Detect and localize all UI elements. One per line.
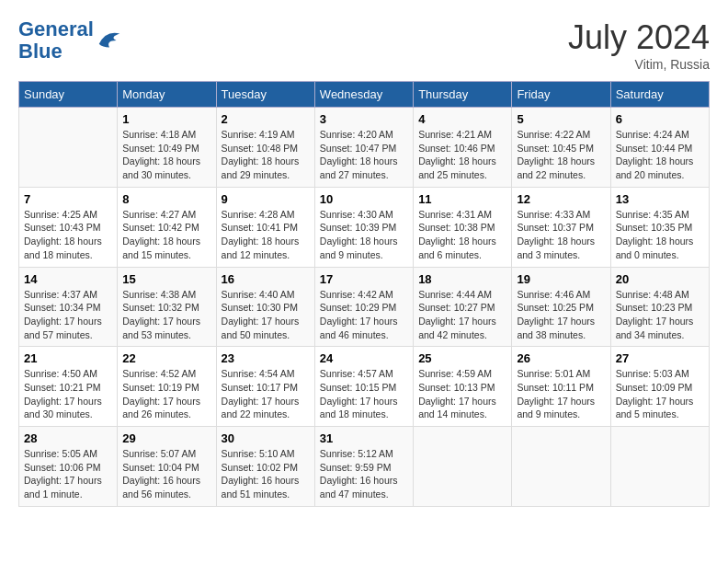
calendar-cell: 16Sunrise: 4:40 AMSunset: 10:30 PMDaylig… <box>216 267 314 347</box>
day-info: Sunrise: 5:01 AMSunset: 10:11 PMDaylight… <box>517 367 605 421</box>
calendar-cell: 25Sunrise: 4:59 AMSunset: 10:13 PMDaylig… <box>414 347 512 427</box>
calendar-cell: 17Sunrise: 4:42 AMSunset: 10:29 PMDaylig… <box>314 267 413 347</box>
day-info: Sunrise: 4:33 AMSunset: 10:37 PMDaylight… <box>517 208 605 262</box>
day-info: Sunrise: 4:21 AMSunset: 10:46 PMDaylight… <box>418 128 506 182</box>
day-info: Sunrise: 4:37 AMSunset: 10:34 PMDaylight… <box>24 288 112 342</box>
day-info: Sunrise: 4:38 AMSunset: 10:32 PMDaylight… <box>122 288 210 342</box>
calendar-cell: 30Sunrise: 5:10 AMSunset: 10:02 PMDaylig… <box>216 427 314 507</box>
calendar-cell <box>414 427 512 507</box>
calendar-cell: 1Sunrise: 4:18 AMSunset: 10:49 PMDayligh… <box>118 108 216 188</box>
day-number: 6 <box>616 112 704 126</box>
day-number: 30 <box>222 431 310 445</box>
day-number: 24 <box>320 351 408 365</box>
calendar-cell: 3Sunrise: 4:20 AMSunset: 10:47 PMDayligh… <box>314 108 413 188</box>
day-info: Sunrise: 4:57 AMSunset: 10:15 PMDaylight… <box>320 367 408 421</box>
day-number: 2 <box>222 112 310 126</box>
day-info: Sunrise: 4:40 AMSunset: 10:30 PMDaylight… <box>222 288 310 342</box>
calendar-week-3: 14Sunrise: 4:37 AMSunset: 10:34 PMDaylig… <box>19 267 710 347</box>
day-info: Sunrise: 4:44 AMSunset: 10:27 PMDaylight… <box>418 288 506 342</box>
page-header: GeneralBlue July 2024 Vitim, Russia <box>18 18 710 72</box>
day-info: Sunrise: 4:50 AMSunset: 10:21 PMDaylight… <box>24 367 112 421</box>
day-info: Sunrise: 4:30 AMSunset: 10:39 PMDaylight… <box>320 208 408 262</box>
day-number: 11 <box>418 192 506 206</box>
calendar-cell <box>512 427 610 507</box>
day-info: Sunrise: 4:20 AMSunset: 10:47 PMDaylight… <box>320 128 408 182</box>
weekday-header-row: SundayMondayTuesdayWednesdayThursdayFrid… <box>19 82 710 108</box>
day-info: Sunrise: 4:22 AMSunset: 10:45 PMDaylight… <box>517 128 605 182</box>
day-info: Sunrise: 4:42 AMSunset: 10:29 PMDaylight… <box>320 288 408 342</box>
title-block: July 2024 Vitim, Russia <box>568 18 710 72</box>
calendar-week-4: 21Sunrise: 4:50 AMSunset: 10:21 PMDaylig… <box>19 347 710 427</box>
day-info: Sunrise: 4:31 AMSunset: 10:38 PMDaylight… <box>418 208 506 262</box>
day-info: Sunrise: 5:03 AMSunset: 10:09 PMDaylight… <box>616 367 704 421</box>
day-info: Sunrise: 4:54 AMSunset: 10:17 PMDaylight… <box>222 367 310 421</box>
calendar-cell: 21Sunrise: 4:50 AMSunset: 10:21 PMDaylig… <box>19 347 118 427</box>
day-number: 25 <box>418 351 506 365</box>
day-number: 4 <box>418 112 506 126</box>
calendar-cell <box>610 427 709 507</box>
calendar-cell: 7Sunrise: 4:25 AMSunset: 10:43 PMDayligh… <box>19 187 118 267</box>
day-number: 5 <box>517 112 605 126</box>
day-info: Sunrise: 4:19 AMSunset: 10:48 PMDaylight… <box>222 128 310 182</box>
day-info: Sunrise: 4:46 AMSunset: 10:25 PMDaylight… <box>517 288 605 342</box>
calendar-cell: 11Sunrise: 4:31 AMSunset: 10:38 PMDaylig… <box>414 187 512 267</box>
calendar-cell: 28Sunrise: 5:05 AMSunset: 10:06 PMDaylig… <box>19 427 118 507</box>
day-number: 27 <box>616 351 704 365</box>
day-number: 22 <box>122 351 210 365</box>
weekday-header-wednesday: Wednesday <box>314 82 413 108</box>
day-info: Sunrise: 4:52 AMSunset: 10:19 PMDaylight… <box>122 367 210 421</box>
day-number: 13 <box>616 192 704 206</box>
day-info: Sunrise: 4:28 AMSunset: 10:41 PMDaylight… <box>222 208 310 262</box>
calendar-cell: 4Sunrise: 4:21 AMSunset: 10:46 PMDayligh… <box>414 108 512 188</box>
day-number: 8 <box>122 192 210 206</box>
weekday-header-saturday: Saturday <box>610 82 709 108</box>
day-info: Sunrise: 5:07 AMSunset: 10:04 PMDaylight… <box>122 447 210 501</box>
day-info: Sunrise: 5:10 AMSunset: 10:02 PMDaylight… <box>222 447 310 501</box>
day-info: Sunrise: 4:25 AMSunset: 10:43 PMDaylight… <box>24 208 112 262</box>
day-number: 26 <box>517 351 605 365</box>
day-number: 21 <box>24 351 112 365</box>
logo-text: GeneralBlue <box>18 18 94 63</box>
day-info: Sunrise: 5:12 AMSunset: 9:59 PMDaylight:… <box>320 447 408 501</box>
day-number: 23 <box>222 351 310 365</box>
calendar-cell: 31Sunrise: 5:12 AMSunset: 9:59 PMDayligh… <box>314 427 413 507</box>
calendar-cell: 23Sunrise: 4:54 AMSunset: 10:17 PMDaylig… <box>216 347 314 427</box>
month-title: July 2024 <box>568 18 710 57</box>
day-number: 18 <box>418 272 506 286</box>
calendar-week-1: 1Sunrise: 4:18 AMSunset: 10:49 PMDayligh… <box>19 108 710 188</box>
day-number: 1 <box>122 112 210 126</box>
day-number: 20 <box>616 272 704 286</box>
calendar-cell: 12Sunrise: 4:33 AMSunset: 10:37 PMDaylig… <box>512 187 610 267</box>
day-info: Sunrise: 4:59 AMSunset: 10:13 PMDaylight… <box>418 367 506 421</box>
calendar-cell <box>19 108 118 188</box>
day-info: Sunrise: 4:35 AMSunset: 10:35 PMDaylight… <box>616 208 704 262</box>
calendar-cell: 10Sunrise: 4:30 AMSunset: 10:39 PMDaylig… <box>314 187 413 267</box>
day-info: Sunrise: 4:18 AMSunset: 10:49 PMDaylight… <box>122 128 210 182</box>
day-number: 10 <box>320 192 408 206</box>
day-number: 31 <box>320 431 408 445</box>
day-info: Sunrise: 4:24 AMSunset: 10:44 PMDaylight… <box>616 128 704 182</box>
calendar-cell: 6Sunrise: 4:24 AMSunset: 10:44 PMDayligh… <box>610 108 709 188</box>
logo: GeneralBlue <box>18 18 123 63</box>
calendar-cell: 9Sunrise: 4:28 AMSunset: 10:41 PMDayligh… <box>216 187 314 267</box>
weekday-header-tuesday: Tuesday <box>216 82 314 108</box>
calendar-cell: 27Sunrise: 5:03 AMSunset: 10:09 PMDaylig… <box>610 347 709 427</box>
weekday-header-thursday: Thursday <box>414 82 512 108</box>
calendar-cell: 2Sunrise: 4:19 AMSunset: 10:48 PMDayligh… <box>216 108 314 188</box>
day-info: Sunrise: 4:48 AMSunset: 10:23 PMDaylight… <box>616 288 704 342</box>
weekday-header-friday: Friday <box>512 82 610 108</box>
calendar-cell: 14Sunrise: 4:37 AMSunset: 10:34 PMDaylig… <box>19 267 118 347</box>
day-number: 12 <box>517 192 605 206</box>
weekday-header-sunday: Sunday <box>19 82 118 108</box>
calendar-cell: 18Sunrise: 4:44 AMSunset: 10:27 PMDaylig… <box>414 267 512 347</box>
day-number: 29 <box>122 431 210 445</box>
calendar-cell: 29Sunrise: 5:07 AMSunset: 10:04 PMDaylig… <box>118 427 216 507</box>
day-number: 17 <box>320 272 408 286</box>
day-number: 9 <box>222 192 310 206</box>
location: Vitim, Russia <box>568 57 710 72</box>
calendar-cell: 20Sunrise: 4:48 AMSunset: 10:23 PMDaylig… <box>610 267 709 347</box>
calendar-week-2: 7Sunrise: 4:25 AMSunset: 10:43 PMDayligh… <box>19 187 710 267</box>
calendar-table: SundayMondayTuesdayWednesdayThursdayFrid… <box>18 81 710 507</box>
day-number: 28 <box>24 431 112 445</box>
day-number: 16 <box>222 272 310 286</box>
